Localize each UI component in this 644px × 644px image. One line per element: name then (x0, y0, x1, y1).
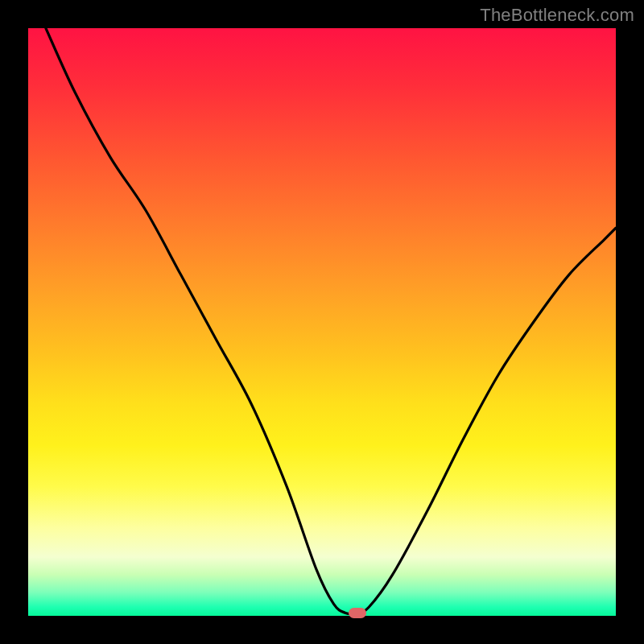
chart-frame: TheBottleneck.com (0, 0, 644, 644)
optimal-point-marker (349, 608, 366, 618)
plot-area (28, 28, 616, 616)
watermark-text: TheBottleneck.com (480, 5, 634, 26)
bottleneck-curve (28, 28, 616, 616)
